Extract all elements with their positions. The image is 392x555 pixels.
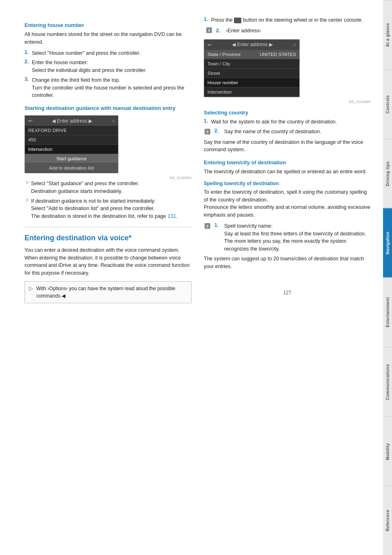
selecting-step-1: 1. Wait for the system to ask for the co…	[204, 118, 371, 126]
screenshot-label-1: NS_014249S	[24, 176, 192, 180]
selecting-step-1-text: Wait for the system to ask for the count…	[211, 118, 371, 126]
spelling-note: The system can suggest up to 20 towns/ci…	[204, 255, 371, 271]
selecting-step-2: 🎙 2. Say the name of the country of dest…	[204, 128, 371, 137]
selecting-country-note: Say the name of the country of destinati…	[204, 139, 371, 154]
bullet-2: ▷ If destination guidance is not to be s…	[26, 197, 192, 220]
sidebar-tab-driving-tips[interactable]: Driving tips	[383, 139, 392, 208]
right-column: 1. Press the button on the steering whee…	[204, 16, 371, 539]
house-number-steps: 1. Select "House number" and press the c…	[24, 49, 192, 100]
selecting-step-1-num: 1.	[204, 118, 209, 124]
right-step-1: 1. Press the button on the steering whee…	[204, 16, 371, 24]
nav-row-street: Street	[204, 69, 299, 78]
mic-icon-selecting: 🎙	[204, 128, 212, 137]
back-button-1: ↩	[28, 118, 33, 124]
mic-icon-spelling: 🎙	[204, 222, 212, 231]
nav-row-town: Town / City	[204, 59, 299, 69]
nav-row-start-guidance: Start guidance	[25, 154, 118, 163]
step-3-num: 3.	[24, 76, 30, 82]
mic-svg-3: 🎙	[204, 222, 211, 230]
right-step-2: 🎙 2. ›Enter address‹	[205, 27, 371, 35]
mic-icon-step2: 🎙	[205, 27, 214, 35]
entering-town-text: The town/city of destination can be spel…	[204, 168, 371, 176]
selecting-step-2-num: 2.	[214, 128, 220, 134]
left-column: Entering house number All house numbers …	[24, 16, 192, 539]
options-tri-icon: ▷	[29, 285, 33, 291]
svg-text:🎙: 🎙	[206, 224, 209, 228]
spelling-intro: To enter the town/city of destination, s…	[204, 188, 371, 219]
nav-screen-1: ↩ ◀ Enter address ▶ ○ REXFORD DRIVE 455 …	[24, 115, 118, 173]
settings-button-2: ○	[293, 42, 296, 48]
right-step-1-text: Press the button on the steering wheel o…	[211, 16, 371, 24]
state-label: State / Province	[207, 52, 241, 57]
back-button-2: ↩	[207, 42, 212, 48]
sidebar-tab-navigation[interactable]: Navigation	[383, 208, 392, 278]
main-content: Entering house number All house numbers …	[0, 0, 383, 555]
bullet-tri-1: ▷	[26, 180, 29, 184]
entering-town-heading: Entering town/city of destination	[204, 159, 371, 166]
house-number-intro: All house numbers stored for the street …	[24, 31, 192, 46]
step-3: 3. Change into the third field from the …	[24, 76, 192, 99]
step-2-num: 2.	[24, 59, 30, 65]
step-2: 2. Enter the house number:Select the ind…	[24, 59, 192, 74]
page-ref-link[interactable]: 131	[167, 213, 176, 219]
sidebar-tab-at-a-glance[interactable]: At a glance	[383, 0, 392, 69]
bullet-1-text: Select "Start guidance" and press the co…	[31, 180, 192, 195]
page-container: Entering house number All house numbers …	[0, 0, 392, 555]
state-value: UNITED STATES	[260, 52, 296, 57]
step-1-text: Select "House number" and press the cont…	[32, 49, 192, 57]
right-step-2-num: 2.	[216, 28, 222, 34]
spelling-town-heading: Spelling town/city of destination	[204, 181, 371, 186]
sidebar-tab-reference[interactable]: Reference	[383, 486, 392, 555]
step-2-text: Enter the house number:Select the indivi…	[32, 59, 192, 74]
options-box: ▷ With ›Options‹ you can have the system…	[24, 281, 192, 303]
nav-row-rexford: REXFORD DRIVE	[25, 126, 118, 135]
sidebar-tab-entertainment[interactable]: Entertainment	[383, 278, 392, 347]
nav-screen-2: ↩ ◀ Enter address ▶ ○ State / Province U…	[204, 39, 300, 97]
step-3-text: Change into the third field from the top…	[32, 76, 192, 99]
nav-screen-2-header: ↩ ◀ Enter address ▶ ○	[204, 40, 299, 50]
right-sidebar: At a glance Controls Driving tips Naviga…	[383, 0, 392, 555]
steering-wheel-icon	[234, 18, 241, 23]
svg-text:🎙: 🎙	[207, 29, 211, 33]
entering-house-number-heading: Entering house number	[24, 22, 192, 28]
nav-row-add-destination: Add to destination list	[25, 163, 118, 173]
nav-row-intersection-1: Intersection	[25, 145, 118, 154]
nav-row-house-number: House number	[204, 78, 299, 87]
screenshot-label-2: NS_014269S	[204, 100, 371, 104]
spelling-step-1-text: Spell town/city name:Say at least the fi…	[224, 222, 371, 253]
right-step-1-num: 1.	[204, 16, 209, 22]
mic-svg: 🎙	[205, 27, 213, 34]
nav-screen-1-title: ◀ Enter address ▶	[33, 118, 111, 124]
section-divider	[24, 227, 192, 227]
spelling-step-1: 🎙 1. Spell town/city name:Say at least t…	[204, 222, 371, 253]
voice-section-heading: Entering destination via voice*	[24, 234, 192, 242]
nav-row-state: State / Province UNITED STATES	[204, 50, 299, 59]
options-text: With ›Options‹ you can have the system r…	[36, 285, 187, 300]
sidebar-tab-mobility[interactable]: Mobility	[383, 416, 392, 486]
svg-text:🎙: 🎙	[206, 130, 209, 134]
start-guidance-heading: Starting destination guidance with manua…	[24, 105, 192, 111]
page-number: 127	[204, 286, 371, 299]
selecting-step-2-text: Say the name of the country of destinati…	[224, 128, 371, 136]
sidebar-tab-communications[interactable]: Communications	[383, 347, 392, 416]
mic-svg-2: 🎙	[204, 128, 211, 135]
selecting-country-heading: Selecting country	[204, 110, 371, 116]
nav-row-intersection-2: Intersection	[204, 87, 299, 97]
nav-screen-2-title: ◀ Enter address ▶	[212, 42, 293, 47]
sidebar-tab-controls[interactable]: Controls	[383, 69, 392, 139]
right-step-2-text: ›Enter address‹	[226, 27, 371, 35]
step-1-num: 1.	[24, 49, 30, 55]
bullet-2-text: If destination guidance is not to be sta…	[31, 197, 192, 220]
spelling-step-1-num: 1.	[214, 222, 220, 228]
step-1: 1. Select "House number" and press the c…	[24, 49, 192, 57]
settings-button-1: ○	[111, 118, 115, 124]
bullet-tri-2: ▷	[26, 197, 29, 202]
nav-screen-1-header: ↩ ◀ Enter address ▶ ○	[25, 116, 118, 126]
nav-row-455: 455	[25, 135, 118, 145]
bullet-1: ▷ Select "Start guidance" and press the …	[26, 180, 192, 195]
voice-intro: You can enter a desired destination with…	[24, 246, 192, 277]
